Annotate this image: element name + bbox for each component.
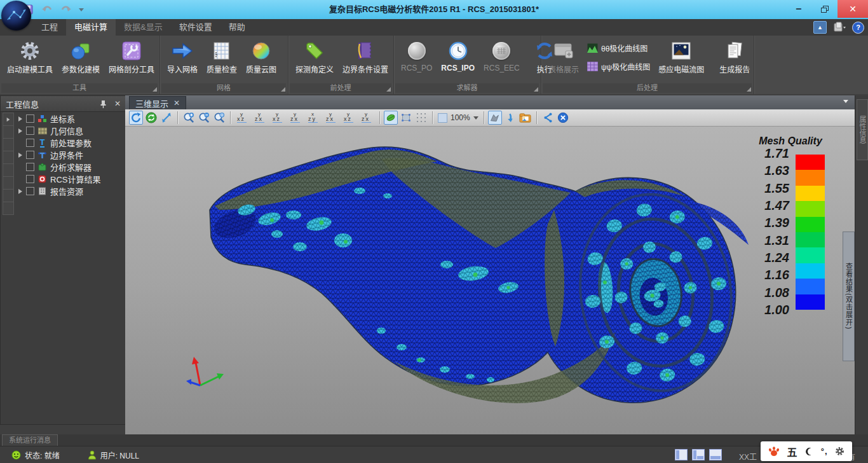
shaded-mode-button[interactable] xyxy=(384,111,398,125)
psi-polarization-curve-button[interactable]: ψψ极化曲线图 xyxy=(585,59,653,74)
boundary-condition-button[interactable]: 边界条件设置 xyxy=(339,39,391,74)
grid-sheet-icon xyxy=(213,39,231,62)
tree-item-preprocess-params[interactable]: T 前处理参数 xyxy=(16,137,125,149)
view-orientation-button-6[interactable]: yzx xyxy=(323,111,340,124)
probe-angle-define-button[interactable]: 探测角定义 xyxy=(292,39,337,74)
theta-polarization-curve-button[interactable]: θθ极化曲线图 xyxy=(585,40,653,55)
pin-icon[interactable] xyxy=(100,100,107,108)
tree-item-coordinate-system[interactable]: 坐标系 xyxy=(16,113,125,125)
checkbox[interactable] xyxy=(26,139,34,147)
close-circle-icon xyxy=(557,112,569,123)
gutter-expander[interactable] xyxy=(3,113,14,126)
menu-tab-data-display[interactable]: 数据&显示 xyxy=(116,19,171,36)
panel-close-icon[interactable]: ✕ xyxy=(114,99,121,108)
share-view-button[interactable] xyxy=(541,111,555,125)
property-info-tab[interactable]: 属性信息 xyxy=(857,99,868,160)
rcs-eec-button[interactable]: RCS_EEC xyxy=(480,39,523,73)
rotate-view-button[interactable] xyxy=(129,111,143,125)
zoom-window-button[interactable] xyxy=(212,111,226,125)
tab-3d-display[interactable]: 三维显示 ✕ xyxy=(129,96,186,109)
ime-halfwidth-moon-icon[interactable] xyxy=(804,447,813,456)
surface-pick-button[interactable] xyxy=(488,111,502,125)
tree-item-geometry-info[interactable]: 几何信息 xyxy=(16,125,125,137)
zoom-scale-control[interactable]: 100% xyxy=(438,113,478,123)
zoom-in-button[interactable] xyxy=(182,111,196,125)
dialog-launcher-icon[interactable] xyxy=(153,87,157,92)
tree-item-report-resources[interactable]: 报告资源 xyxy=(16,185,125,197)
zoom-out-button[interactable] xyxy=(197,111,211,125)
document-tab-bar: 三维显示 ✕ xyxy=(125,95,855,109)
zoom-dropdown-icon[interactable] xyxy=(473,116,478,120)
points-mode-button[interactable] xyxy=(414,111,428,125)
help-button[interactable]: ? xyxy=(852,22,864,34)
viewport-3d[interactable]: Mesh Quality 1.711.63 1.551.47 1.391.31 … xyxy=(125,127,855,434)
menu-tab-project[interactable]: 工程 xyxy=(33,19,66,36)
close-button[interactable]: ✕ xyxy=(837,0,868,18)
induced-current-map-button[interactable]: 感应电磁流图 xyxy=(655,39,707,74)
ribbon-collapse-button[interactable]: ▲ xyxy=(813,21,827,34)
view-results-tab[interactable]: 查看结果(双击展开) xyxy=(843,232,855,361)
menu-tab-help[interactable]: 帮助 xyxy=(220,19,254,36)
tree-item-analysis-solver[interactable]: 分析求解器 xyxy=(16,161,125,173)
launch-modeling-tool-button[interactable]: 启动建模工具 xyxy=(4,39,56,74)
checkbox[interactable] xyxy=(26,175,34,183)
quality-check-button[interactable]: 质量检查 xyxy=(203,39,240,74)
tree-item-boundary-conditions[interactable]: 边界条件 xyxy=(16,149,125,161)
drop-down-arrow-button[interactable] xyxy=(503,111,517,125)
checkbox[interactable] xyxy=(26,163,34,171)
refresh-view-button[interactable] xyxy=(144,111,158,125)
mesh-partition-tool-button[interactable]: 网格剖分工具 xyxy=(105,39,158,74)
device-button[interactable] xyxy=(832,22,846,33)
view-orientation-button-4[interactable]: yzx xyxy=(288,111,304,124)
system-message-tab[interactable]: 系统运行消息 xyxy=(2,434,58,446)
quality-cloud-map-button[interactable]: 质量云图 xyxy=(243,39,280,74)
scale-icon xyxy=(438,113,447,123)
ime-punctuation-toggle[interactable]: °, xyxy=(821,446,828,456)
view-orientation-button-7[interactable]: yxz xyxy=(341,111,358,124)
expander-icon[interactable] xyxy=(16,153,25,158)
shapes-icon xyxy=(71,39,91,62)
menu-tab-settings[interactable]: 软件设置 xyxy=(171,19,220,36)
layout-bottom-panel-button[interactable] xyxy=(709,449,722,460)
layout-split-button[interactable] xyxy=(692,449,705,460)
dialog-launcher-icon[interactable] xyxy=(281,87,285,92)
generate-report-button[interactable]: 生成报告 xyxy=(716,39,753,74)
ime-toolbar[interactable]: 五 °, xyxy=(761,441,852,461)
parametric-modeling-button[interactable]: 参数化建模 xyxy=(58,39,103,74)
dialog-launcher-icon[interactable] xyxy=(747,87,751,92)
checkbox[interactable] xyxy=(26,187,34,195)
checkbox[interactable] xyxy=(26,127,34,135)
expander-icon[interactable] xyxy=(16,128,25,134)
view-orientation-button-1[interactable]: yxz xyxy=(234,111,251,124)
view-orientation-button-2[interactable]: yzx xyxy=(252,111,269,124)
legend-title: Mesh Quality xyxy=(754,135,827,147)
rcs-po-button[interactable]: RCS_PO xyxy=(398,39,435,73)
checkbox[interactable] xyxy=(26,114,34,123)
app-logo[interactable] xyxy=(1,1,31,31)
ime-settings-gear-icon[interactable] xyxy=(835,446,844,456)
tab-close-icon[interactable]: ✕ xyxy=(173,99,180,107)
ime-mode-char[interactable]: 五 xyxy=(787,444,797,459)
view-orientation-button-3[interactable]: yxz xyxy=(270,111,287,124)
checkbox[interactable] xyxy=(26,151,34,159)
rcs-ipo-button[interactable]: RCS_IPO xyxy=(438,39,478,73)
table-display-button[interactable]: 表格展示 xyxy=(545,39,582,74)
tab-list-dropdown-icon[interactable] xyxy=(843,100,848,103)
dialog-launcher-icon[interactable] xyxy=(386,87,391,92)
wireframe-mode-button[interactable] xyxy=(399,111,413,125)
zoom-extents-button[interactable] xyxy=(159,111,173,125)
view-orientation-button-5[interactable]: xzy xyxy=(306,111,322,124)
menu-tab-em-computation[interactable]: 电磁计算 xyxy=(66,19,116,36)
restore-button[interactable] xyxy=(813,0,835,18)
dialog-launcher-icon[interactable] xyxy=(534,87,538,92)
import-mesh-button[interactable]: 导入网格 xyxy=(164,39,201,74)
close-view-button[interactable] xyxy=(556,111,570,125)
expander-icon[interactable] xyxy=(16,116,25,121)
tree-item-rcs-results[interactable]: RCS计算结果 xyxy=(16,173,125,185)
layout-left-panel-button[interactable] xyxy=(675,449,688,460)
minimize-button[interactable]: – xyxy=(788,0,810,18)
capture-image-button[interactable] xyxy=(519,111,532,125)
model-3d-canvas[interactable] xyxy=(125,127,855,434)
expander-icon[interactable] xyxy=(16,189,25,194)
view-orientation-button-8[interactable]: yzx xyxy=(359,111,376,124)
